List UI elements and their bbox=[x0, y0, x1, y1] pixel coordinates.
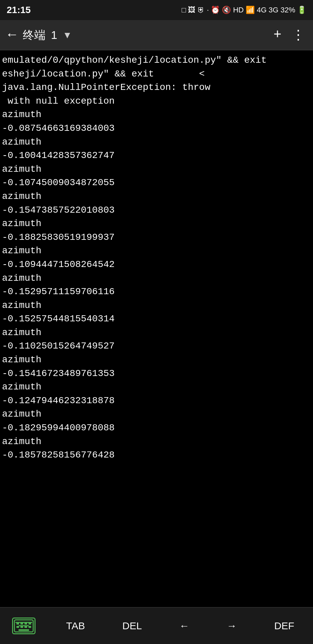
4g-label: 4G bbox=[257, 6, 266, 14]
terminal-label: 终端 bbox=[23, 28, 46, 43]
status-time: 21:15 bbox=[7, 5, 31, 15]
svg-rect-3 bbox=[24, 623, 27, 625]
alarm-icon: ⏰ bbox=[211, 6, 220, 14]
svg-rect-8 bbox=[28, 626, 31, 628]
notification-icon: □ bbox=[182, 6, 186, 14]
gallery-icon: 🖼 bbox=[188, 6, 195, 14]
svg-rect-2 bbox=[20, 623, 23, 625]
mute-icon: 🔇 bbox=[222, 6, 231, 14]
svg-rect-6 bbox=[20, 626, 23, 628]
del-button[interactable]: DEL bbox=[116, 617, 148, 635]
def-button[interactable]: DEF bbox=[267, 617, 301, 635]
battery-icon: 🔋 bbox=[297, 6, 306, 14]
terminal-output: emulated/0/qpython/kesheji/location.py" … bbox=[0, 50, 313, 607]
left-arrow-button[interactable]: ← bbox=[173, 617, 196, 635]
tab-number: 1 bbox=[51, 29, 57, 42]
3g-label: 3G bbox=[269, 6, 278, 14]
svg-rect-5 bbox=[16, 626, 19, 628]
svg-rect-1 bbox=[16, 623, 19, 625]
nav-bar: ← 终端 1 ▼ + ⋮ bbox=[0, 20, 313, 50]
svg-rect-9 bbox=[18, 629, 29, 631]
dropdown-arrow-icon[interactable]: ▼ bbox=[63, 30, 72, 41]
bottom-bar: TAB DEL ← → DEF bbox=[0, 607, 313, 644]
status-bar: 21:15 □ 🖼 ⛨ · ⏰ 🔇 HD 📶 4G 3G 32% 🔋 bbox=[0, 0, 313, 20]
dot-separator: · bbox=[207, 6, 209, 14]
nav-title: 终端 1 ▼ bbox=[23, 28, 273, 43]
svg-rect-7 bbox=[24, 626, 27, 628]
hd-label: HD bbox=[233, 6, 244, 14]
status-icons: □ 🖼 ⛨ · ⏰ 🔇 HD 📶 4G 3G 32% 🔋 bbox=[182, 6, 306, 14]
back-button[interactable]: ← bbox=[8, 28, 16, 43]
more-options-button[interactable]: ⋮ bbox=[292, 27, 305, 43]
svg-rect-4 bbox=[28, 623, 31, 625]
add-terminal-button[interactable]: + bbox=[273, 28, 281, 43]
right-arrow-button[interactable]: → bbox=[220, 617, 244, 635]
tab-button[interactable]: TAB bbox=[59, 617, 91, 635]
terminal-text: emulated/0/qpython/kesheji/location.py" … bbox=[2, 54, 311, 462]
battery-label: 32% bbox=[280, 6, 295, 14]
wifi-icon: 📶 bbox=[246, 6, 255, 14]
camera-icon: ⛨ bbox=[197, 6, 205, 14]
nav-actions: + ⋮ bbox=[273, 27, 305, 43]
keyboard-toggle-button[interactable] bbox=[12, 618, 36, 634]
